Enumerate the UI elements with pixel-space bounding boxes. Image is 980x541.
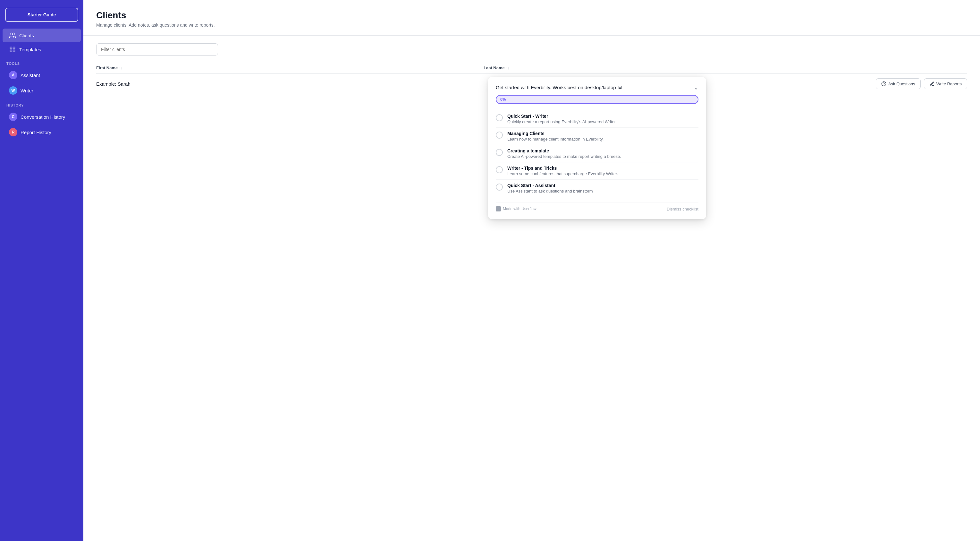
starter-guide-button[interactable]: Starter Guide [5,8,78,22]
checklist-item-quick-start-writer[interactable]: Quick Start - Writer Quickly create a re… [496,110,698,128]
col-last-name[interactable]: Last Name ↑↓ [484,65,871,70]
sort-first-name-icon: ↑↓ [119,66,123,70]
main-content: Clients Manage clients. Add notes, ask q… [83,0,980,541]
sidebar-item-report-history-label: Report History [21,130,51,135]
sidebar-item-assistant[interactable]: A Assistant [3,68,81,83]
ask-questions-button[interactable]: Ask Questions [876,78,921,89]
sidebar-item-templates-label: Templates [19,47,41,52]
filter-clients-input[interactable] [96,43,218,56]
checklist-popup: Get started with Everbility. Works best … [488,77,706,219]
sort-last-name-icon: ↑↓ [506,66,509,70]
page-title: Clients [96,10,967,21]
radio-writer-tips[interactable] [496,166,503,173]
page-header: Clients Manage clients. Add notes, ask q… [83,0,980,36]
writer-avatar: W [9,86,18,95]
svg-rect-4 [13,50,15,52]
checklist-item-quick-start-assistant-text: Quick Start - Assistant Use Assistant to… [508,183,593,193]
checklist-item-creating-template[interactable]: Creating a template Create AI-powered te… [496,145,698,162]
checklist-item-writer-tips[interactable]: Writer - Tips and Tricks Learn some cool… [496,162,698,180]
sidebar-item-clients[interactable]: Clients [3,29,81,42]
sidebar-item-writer-label: Writer [21,88,33,93]
checklist-item-quick-start-writer-text: Quick Start - Writer Quickly create a re… [508,113,617,124]
conversation-history-avatar: C [9,113,18,121]
radio-quick-start-writer[interactable] [496,114,503,121]
checklist-title: Get started with Everbility. Works best … [496,85,622,90]
checklist-collapse-button[interactable]: ⌄ [694,85,698,91]
checklist-item-writer-tips-text: Writer - Tips and Tricks Learn some cool… [508,166,618,176]
page-subtitle: Manage clients. Add notes, ask questions… [96,22,967,27]
userflow-icon [496,206,501,211]
templates-icon [9,46,16,53]
checklist-footer: Made with Userflow Dismiss checklist [496,202,698,211]
clients-icon [9,32,16,39]
progress-label: 0% [500,97,506,102]
checklist-header: Get started with Everbility. Works best … [496,85,698,91]
svg-rect-1 [10,47,12,49]
ask-questions-icon [881,81,886,86]
sidebar-item-conversation-history-label: Conversation History [21,114,65,120]
checklist-item-creating-template-text: Creating a template Create AI-powered te… [508,148,621,159]
history-section-label: History [0,98,83,109]
svg-rect-2 [13,47,15,49]
svg-rect-3 [10,50,12,52]
checklist-item-managing-clients[interactable]: Managing Clients Learn how to manage cli… [496,128,698,145]
write-reports-icon [929,81,934,86]
checklist-item-managing-clients-text: Managing Clients Learn how to manage cli… [508,131,603,142]
sidebar-item-conversation-history[interactable]: C Conversation History [3,109,81,124]
report-history-avatar: R [9,128,18,136]
table-header: First Name ↑↓ Last Name ↑↓ [96,62,967,74]
assistant-avatar: A [9,71,18,79]
dismiss-checklist-button[interactable]: Dismiss checklist [667,207,698,211]
sidebar: Starter Guide Clients Templates Tools [0,0,83,541]
radio-creating-template[interactable] [496,149,503,156]
userflow-label: Made with Userflow [503,207,536,211]
sidebar-item-templates[interactable]: Templates [3,43,81,56]
radio-managing-clients[interactable] [496,132,503,139]
sidebar-item-writer[interactable]: W Writer [3,83,81,98]
tools-section-label: Tools [0,56,83,67]
radio-quick-start-assistant[interactable] [496,184,503,191]
sidebar-item-assistant-label: Assistant [21,72,40,78]
userflow-badge: Made with Userflow [496,206,536,211]
svg-point-0 [11,33,13,35]
sidebar-item-clients-label: Clients [19,33,34,38]
sidebar-item-report-history[interactable]: R Report History [3,125,81,140]
progress-bar-container: 0% [496,95,698,104]
client-name-cell: Example: Sarah [96,81,486,87]
checklist-item-quick-start-assistant[interactable]: Quick Start - Assistant Use Assistant to… [496,180,698,197]
write-reports-button[interactable]: Write Reports [924,78,967,89]
col-first-name[interactable]: First Name ↑↓ [96,65,484,70]
table-row-actions: Ask Questions Write Reports [876,78,967,89]
